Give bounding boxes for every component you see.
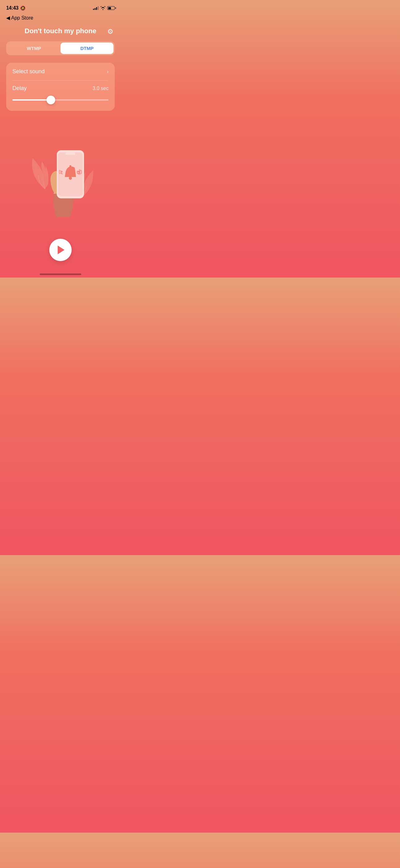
select-sound-label: Select sound (12, 68, 45, 75)
back-arrow-icon: ◀ (6, 15, 10, 21)
battery-icon (107, 6, 115, 10)
status-time: 14:43 (6, 5, 18, 11)
select-sound-row[interactable]: Select sound › (6, 63, 115, 81)
wifi-icon (100, 6, 105, 10)
tab-dtmp[interactable]: DTMP (61, 42, 113, 54)
play-button[interactable] (49, 239, 72, 261)
delay-row: Delay 3.0 sec (6, 81, 115, 111)
slider-track (12, 99, 108, 101)
play-button-container (0, 232, 121, 274)
delay-header: Delay 3.0 sec (12, 85, 108, 92)
back-label: App Store (11, 15, 33, 21)
tab-switcher: WTMP DTMP (6, 41, 115, 55)
svg-rect-3 (65, 152, 75, 155)
svg-point-4 (69, 177, 72, 180)
status-bar: 14:43 🔕 (0, 0, 121, 14)
settings-card: Select sound › Delay 3.0 sec (6, 63, 115, 111)
signal-bars-icon (93, 6, 99, 10)
home-indicator (0, 274, 121, 278)
play-icon (58, 246, 65, 254)
chevron-right-icon: › (107, 69, 108, 74)
back-navigation[interactable]: ◀ App Store (0, 14, 121, 22)
header: Don't touch my phone ⚙ (0, 22, 121, 41)
status-left: 14:43 🔕 (6, 5, 26, 11)
home-bar (40, 274, 81, 275)
bell-slash-icon: 🔕 (20, 6, 26, 10)
delay-slider[interactable] (12, 95, 108, 104)
delay-label: Delay (12, 85, 27, 92)
phone-illustration (0, 121, 121, 226)
slider-thumb[interactable] (46, 96, 55, 104)
settings-button[interactable]: ⚙ (106, 27, 115, 36)
delay-value: 3.0 sec (92, 86, 108, 91)
tab-wtmp[interactable]: WTMP (7, 42, 61, 54)
svg-rect-5 (69, 165, 71, 167)
status-right (93, 6, 115, 10)
page-title: Don't touch my phone (25, 27, 96, 35)
